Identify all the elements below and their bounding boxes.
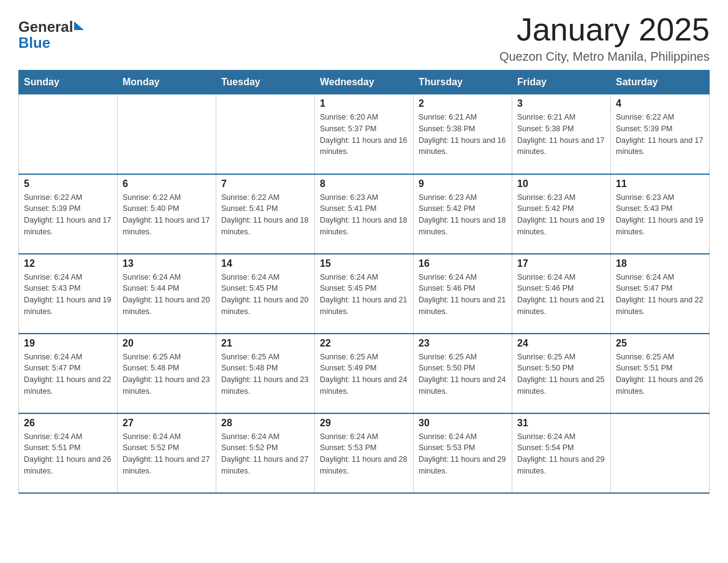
day-number: 15 xyxy=(320,258,408,269)
day-number: 1 xyxy=(320,98,408,109)
day-info: Sunrise: 6:25 AM Sunset: 5:50 PM Dayligh… xyxy=(517,351,605,397)
day-number: 30 xyxy=(419,418,507,429)
day-info: Sunrise: 6:23 AM Sunset: 5:42 PM Dayligh… xyxy=(419,192,507,238)
logo-arrow-icon xyxy=(74,21,84,30)
calendar-day-cell: 11Sunrise: 6:23 AM Sunset: 5:43 PM Dayli… xyxy=(611,174,710,254)
day-number: 10 xyxy=(517,178,605,190)
calendar-day-cell: 19Sunrise: 6:24 AM Sunset: 5:47 PM Dayli… xyxy=(19,334,118,413)
calendar-day-cell: 12Sunrise: 6:24 AM Sunset: 5:43 PM Dayli… xyxy=(19,254,118,334)
day-info: Sunrise: 6:22 AM Sunset: 5:39 PM Dayligh… xyxy=(616,112,704,158)
calendar-body: 1Sunrise: 6:20 AM Sunset: 5:37 PM Daylig… xyxy=(19,94,710,493)
day-info: Sunrise: 6:24 AM Sunset: 5:44 PM Dayligh… xyxy=(123,272,211,318)
day-info: Sunrise: 6:23 AM Sunset: 5:41 PM Dayligh… xyxy=(320,192,408,238)
calendar-table: SundayMondayTuesdayWednesdayThursdayFrid… xyxy=(18,70,710,494)
calendar-day-cell: 26Sunrise: 6:24 AM Sunset: 5:51 PM Dayli… xyxy=(19,413,118,493)
day-info: Sunrise: 6:24 AM Sunset: 5:51 PM Dayligh… xyxy=(24,431,112,477)
day-info: Sunrise: 6:21 AM Sunset: 5:38 PM Dayligh… xyxy=(419,112,507,158)
calendar-day-cell: 16Sunrise: 6:24 AM Sunset: 5:46 PM Dayli… xyxy=(414,254,512,334)
day-info: Sunrise: 6:24 AM Sunset: 5:53 PM Dayligh… xyxy=(419,431,507,477)
calendar-day-cell: 27Sunrise: 6:24 AM Sunset: 5:52 PM Dayli… xyxy=(118,413,216,493)
day-info: Sunrise: 6:24 AM Sunset: 5:47 PM Dayligh… xyxy=(616,272,704,318)
day-number: 28 xyxy=(221,418,309,429)
logo-blue-text: Blue xyxy=(18,34,50,52)
calendar-day-cell: 22Sunrise: 6:25 AM Sunset: 5:49 PM Dayli… xyxy=(315,334,414,413)
calendar-day-cell: 8Sunrise: 6:23 AM Sunset: 5:41 PM Daylig… xyxy=(315,174,414,254)
day-info: Sunrise: 6:25 AM Sunset: 5:48 PM Dayligh… xyxy=(123,351,211,397)
calendar-day-cell xyxy=(216,94,315,174)
calendar-day-cell: 10Sunrise: 6:23 AM Sunset: 5:42 PM Dayli… xyxy=(512,174,611,254)
main-title: January 2025 xyxy=(499,12,710,47)
calendar-day-cell: 7Sunrise: 6:22 AM Sunset: 5:41 PM Daylig… xyxy=(216,174,315,254)
day-info: Sunrise: 6:24 AM Sunset: 5:52 PM Dayligh… xyxy=(221,431,309,477)
calendar-day-cell: 1Sunrise: 6:20 AM Sunset: 5:37 PM Daylig… xyxy=(315,94,414,174)
header-wednesday: Wednesday xyxy=(315,71,414,94)
day-info: Sunrise: 6:24 AM Sunset: 5:45 PM Dayligh… xyxy=(221,272,309,318)
calendar-day-cell: 21Sunrise: 6:25 AM Sunset: 5:48 PM Dayli… xyxy=(216,334,315,413)
calendar-day-cell: 28Sunrise: 6:24 AM Sunset: 5:52 PM Dayli… xyxy=(216,413,315,493)
day-info: Sunrise: 6:24 AM Sunset: 5:54 PM Dayligh… xyxy=(517,431,605,477)
calendar-day-cell: 30Sunrise: 6:24 AM Sunset: 5:53 PM Dayli… xyxy=(414,413,512,493)
calendar-week-row: 5Sunrise: 6:22 AM Sunset: 5:39 PM Daylig… xyxy=(19,174,710,254)
calendar-day-cell: 25Sunrise: 6:25 AM Sunset: 5:51 PM Dayli… xyxy=(611,334,710,413)
day-info: Sunrise: 6:25 AM Sunset: 5:51 PM Dayligh… xyxy=(616,351,704,397)
day-number: 13 xyxy=(123,258,211,269)
day-number: 23 xyxy=(419,338,507,349)
calendar-day-cell xyxy=(118,94,216,174)
calendar-day-cell: 29Sunrise: 6:24 AM Sunset: 5:53 PM Dayli… xyxy=(315,413,414,493)
day-number: 12 xyxy=(24,258,112,269)
calendar-day-cell: 15Sunrise: 6:24 AM Sunset: 5:45 PM Dayli… xyxy=(315,254,414,334)
day-number: 29 xyxy=(320,418,408,429)
day-number: 18 xyxy=(616,258,704,269)
calendar-day-cell: 17Sunrise: 6:24 AM Sunset: 5:46 PM Dayli… xyxy=(512,254,611,334)
day-number: 27 xyxy=(123,418,211,429)
calendar-day-cell: 14Sunrise: 6:24 AM Sunset: 5:45 PM Dayli… xyxy=(216,254,315,334)
day-info: Sunrise: 6:23 AM Sunset: 5:43 PM Dayligh… xyxy=(616,192,704,238)
days-header-row: SundayMondayTuesdayWednesdayThursdayFrid… xyxy=(19,71,710,94)
calendar-day-cell xyxy=(611,413,710,493)
calendar-day-cell: 2Sunrise: 6:21 AM Sunset: 5:38 PM Daylig… xyxy=(414,94,512,174)
calendar-week-row: 19Sunrise: 6:24 AM Sunset: 5:47 PM Dayli… xyxy=(19,334,710,413)
day-number: 7 xyxy=(221,178,309,190)
logo: General Blue xyxy=(18,12,84,52)
day-info: Sunrise: 6:24 AM Sunset: 5:46 PM Dayligh… xyxy=(419,272,507,318)
day-info: Sunrise: 6:24 AM Sunset: 5:52 PM Dayligh… xyxy=(123,431,211,477)
day-info: Sunrise: 6:20 AM Sunset: 5:37 PM Dayligh… xyxy=(320,112,408,158)
calendar-week-row: 1Sunrise: 6:20 AM Sunset: 5:37 PM Daylig… xyxy=(19,94,710,174)
calendar-day-cell: 4Sunrise: 6:22 AM Sunset: 5:39 PM Daylig… xyxy=(611,94,710,174)
calendar-day-cell: 24Sunrise: 6:25 AM Sunset: 5:50 PM Dayli… xyxy=(512,334,611,413)
day-number: 9 xyxy=(419,178,507,190)
header-monday: Monday xyxy=(118,71,216,94)
day-number: 26 xyxy=(24,418,112,429)
header-sunday: Sunday xyxy=(19,71,118,94)
calendar-day-cell: 20Sunrise: 6:25 AM Sunset: 5:48 PM Dayli… xyxy=(118,334,216,413)
day-number: 31 xyxy=(517,418,605,429)
logo-general-text: General xyxy=(18,18,73,36)
day-info: Sunrise: 6:25 AM Sunset: 5:50 PM Dayligh… xyxy=(419,351,507,397)
day-info: Sunrise: 6:22 AM Sunset: 5:39 PM Dayligh… xyxy=(24,192,112,238)
day-number: 3 xyxy=(517,98,605,109)
calendar-week-row: 12Sunrise: 6:24 AM Sunset: 5:43 PM Dayli… xyxy=(19,254,710,334)
header-saturday: Saturday xyxy=(611,71,710,94)
calendar-week-row: 26Sunrise: 6:24 AM Sunset: 5:51 PM Dayli… xyxy=(19,413,710,493)
day-number: 2 xyxy=(419,98,507,109)
day-info: Sunrise: 6:25 AM Sunset: 5:48 PM Dayligh… xyxy=(221,351,309,397)
day-info: Sunrise: 6:23 AM Sunset: 5:42 PM Dayligh… xyxy=(517,192,605,238)
header-tuesday: Tuesday xyxy=(216,71,315,94)
calendar-day-cell: 6Sunrise: 6:22 AM Sunset: 5:40 PM Daylig… xyxy=(118,174,216,254)
day-number: 14 xyxy=(221,258,309,269)
day-number: 24 xyxy=(517,338,605,349)
day-number: 11 xyxy=(616,178,704,190)
header-friday: Friday xyxy=(512,71,611,94)
subtitle: Quezon City, Metro Manila, Philippines xyxy=(499,50,710,64)
day-number: 20 xyxy=(123,338,211,349)
day-number: 4 xyxy=(616,98,704,109)
calendar-day-cell: 3Sunrise: 6:21 AM Sunset: 5:38 PM Daylig… xyxy=(512,94,611,174)
calendar-day-cell: 31Sunrise: 6:24 AM Sunset: 5:54 PM Dayli… xyxy=(512,413,611,493)
calendar-day-cell: 9Sunrise: 6:23 AM Sunset: 5:42 PM Daylig… xyxy=(414,174,512,254)
calendar-day-cell: 5Sunrise: 6:22 AM Sunset: 5:39 PM Daylig… xyxy=(19,174,118,254)
day-info: Sunrise: 6:24 AM Sunset: 5:47 PM Dayligh… xyxy=(24,351,112,397)
header-thursday: Thursday xyxy=(414,71,512,94)
day-number: 8 xyxy=(320,178,408,190)
day-number: 19 xyxy=(24,338,112,349)
day-info: Sunrise: 6:22 AM Sunset: 5:40 PM Dayligh… xyxy=(123,192,211,238)
